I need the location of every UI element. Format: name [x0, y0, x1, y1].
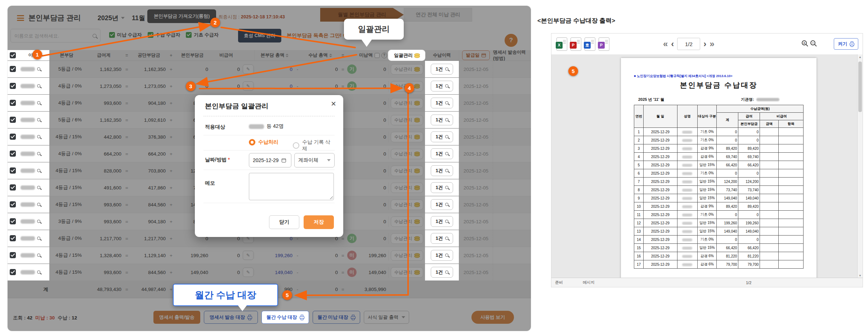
- hwp-export-icon[interactable]: 호: [585, 37, 595, 51]
- ppt-export-icon[interactable]: P: [599, 37, 609, 51]
- row-checkbox[interactable]: [10, 66, 16, 72]
- search-icon[interactable]: [37, 220, 40, 223]
- col-batch-manage[interactable]: 일괄관리: [388, 50, 425, 61]
- blurred-name: [21, 219, 35, 224]
- memo-textarea[interactable]: [249, 173, 334, 200]
- blurred-name: [682, 189, 692, 192]
- monthly-receipt-ledger-button[interactable]: 월간 수납 대장: [261, 311, 309, 324]
- page-indicator[interactable]: 1/2: [677, 38, 700, 50]
- search-icon[interactable]: [37, 169, 40, 172]
- step-4-badge: 4: [404, 83, 414, 93]
- recipient-name[interactable]: [18, 129, 49, 145]
- close-icon[interactable]: ×: [331, 99, 336, 108]
- recipient-name[interactable]: [18, 61, 49, 77]
- blurred-name: [682, 247, 692, 250]
- search-icon: [445, 118, 448, 121]
- recipient-name[interactable]: [18, 179, 49, 196]
- search-icon[interactable]: [37, 270, 40, 274]
- blurred-name: [21, 101, 35, 105]
- date-input[interactable]: 2025-12-29: [249, 153, 291, 167]
- recipient-name[interactable]: [18, 112, 49, 128]
- search-icon[interactable]: [37, 135, 40, 138]
- select-all-checkbox[interactable]: [10, 52, 16, 58]
- method-select[interactable]: 계좌이체: [294, 153, 335, 167]
- history-count-button[interactable]: 1건: [431, 148, 453, 159]
- last-page-icon[interactable]: »: [710, 40, 714, 48]
- blurred-org-name: [756, 98, 779, 101]
- excel-export-icon[interactable]: X: [556, 37, 567, 51]
- history-count-button[interactable]: 1건: [431, 216, 453, 227]
- row-checkbox[interactable]: [10, 83, 16, 89]
- printer-icon: [300, 316, 304, 319]
- scroll-up-icon[interactable]: ▲: [858, 55, 863, 59]
- recipient-name[interactable]: [18, 264, 49, 281]
- search-icon[interactable]: [37, 237, 40, 240]
- scrollbar[interactable]: ▲ ▼: [857, 54, 863, 278]
- search-icon[interactable]: [37, 203, 40, 206]
- search-icon[interactable]: [37, 84, 40, 88]
- history-count-button[interactable]: 1건: [431, 115, 453, 125]
- history-count-button[interactable]: 1건: [431, 250, 453, 261]
- recipient-name[interactable]: [18, 213, 49, 230]
- radio-delete-record[interactable]: 수납 기록 삭제: [293, 139, 335, 152]
- row-checkbox[interactable]: [10, 117, 16, 123]
- history-count-button[interactable]: 1건: [431, 131, 453, 142]
- page-navigation: « ‹ 1/2 › »: [663, 33, 715, 54]
- row-checkbox[interactable]: [10, 252, 16, 258]
- row-checkbox[interactable]: [10, 184, 16, 191]
- search-icon[interactable]: [37, 186, 40, 189]
- ledger-row: 4 2025-12-29 감경 6% 69,740 69,740: [634, 153, 804, 161]
- history-count-button[interactable]: 1건: [431, 165, 453, 176]
- history-count-button[interactable]: 1건: [431, 199, 453, 210]
- history-count-button[interactable]: 1건: [431, 81, 453, 91]
- search-icon[interactable]: [37, 254, 40, 257]
- recipient-name[interactable]: [18, 196, 49, 213]
- row-checkbox[interactable]: [10, 151, 16, 157]
- ledger-row: 12 2025-12-29 일반 15% 199,260 199,260: [634, 219, 804, 227]
- search-icon[interactable]: [37, 118, 40, 121]
- blurred-name: [682, 197, 692, 200]
- search-icon[interactable]: [37, 67, 40, 71]
- zoom-in-icon[interactable]: +: [802, 40, 807, 45]
- step-5-badge: 5: [282, 290, 292, 300]
- recipient-name[interactable]: [18, 247, 49, 264]
- history-count-button[interactable]: 1건: [431, 233, 453, 244]
- row-checkbox[interactable]: [10, 134, 16, 140]
- scroll-thumb[interactable]: [858, 62, 862, 112]
- row-checkbox[interactable]: [10, 235, 16, 241]
- cancel-button[interactable]: 닫기: [269, 215, 299, 229]
- search-icon: [445, 254, 448, 257]
- recipient-name[interactable]: [18, 162, 49, 179]
- zoom-out-icon[interactable]: −: [810, 40, 815, 45]
- history-count-button[interactable]: 1건: [431, 267, 453, 278]
- scroll-down-icon[interactable]: ▼: [858, 274, 863, 277]
- save-button[interactable]: 저장: [304, 215, 334, 229]
- row-checkbox[interactable]: [10, 201, 16, 207]
- ledger-header: 연번 월 일 성명 대상자 구분 수납금액(원) 계 급여 비급여 본인: [634, 105, 804, 128]
- radio-receipt-process[interactable]: 수납처리: [249, 139, 278, 145]
- recipient-name[interactable]: [18, 145, 49, 162]
- row-checkbox[interactable]: [10, 269, 16, 275]
- document-page: ■ 노인장기요양보험법 시행규칙[별지 제34호서식] <개정 2013.6.1…: [621, 58, 816, 278]
- ledger-row: 5 2025-12-29 일반 15% 66,420 66,420: [634, 161, 804, 169]
- search-icon[interactable]: [37, 152, 40, 155]
- history-count-button[interactable]: 1건: [431, 64, 453, 75]
- prev-page-icon[interactable]: ‹: [671, 40, 674, 48]
- blurred-name: [682, 230, 692, 233]
- next-page-icon[interactable]: ›: [703, 40, 706, 48]
- open-print-button[interactable]: 켜기: [834, 38, 858, 50]
- batch-manage-tooltip: 일괄관리: [344, 19, 404, 40]
- recipient-name[interactable]: [18, 230, 49, 247]
- row-checkbox[interactable]: [10, 218, 16, 224]
- history-count-button[interactable]: 1건: [431, 182, 453, 193]
- receipt-ledger-table: 연번 월 일 성명 대상자 구분 수납금액(원) 계 급여 비급여 본인: [634, 105, 804, 269]
- first-page-icon[interactable]: «: [663, 40, 668, 48]
- search-icon[interactable]: [37, 101, 40, 104]
- recipient-name[interactable]: [18, 78, 49, 94]
- row-checkbox[interactable]: [10, 167, 16, 174]
- pdf-export-icon[interactable]: P: [571, 37, 581, 51]
- recipient-name[interactable]: [18, 95, 49, 111]
- ledger-row: 15 2025-12-29 일반 15% 66,420 66,420: [634, 244, 804, 252]
- history-count-button[interactable]: 1건: [431, 98, 453, 108]
- row-checkbox[interactable]: [10, 100, 16, 106]
